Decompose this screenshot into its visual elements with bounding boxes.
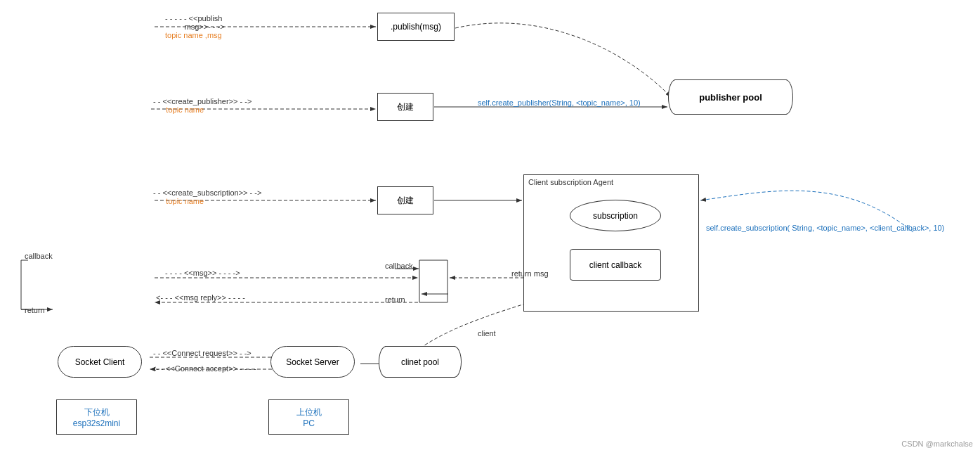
callback-label-left: callback <box>25 252 53 260</box>
publisher-pool-label: publisher pool <box>699 92 762 103</box>
publish-msg-box: .publish(msg) <box>377 13 455 41</box>
clinet-pool-shape: clinet pool <box>385 346 455 378</box>
client-label: client <box>478 329 496 338</box>
client-sub-agent-title: Client subscription Agent <box>528 178 613 186</box>
diagram-container: .publish(msg) - - - - - <<publish msg>>-… <box>0 0 980 455</box>
client-callback-box: client callback <box>570 249 661 281</box>
upper-machine-label: 上位机PC <box>296 406 322 428</box>
create-subscription-label: - - <<create_subscription>> - -> topic n… <box>153 188 261 205</box>
socket-client-label: Socket Client <box>75 357 125 367</box>
return-msg-label: return msg <box>511 269 549 278</box>
lower-machine-box: 下位机esp32s2mini <box>56 399 137 435</box>
watermark: CSDN @markchalse <box>901 440 973 448</box>
socket-server-ellipse: Socket Server <box>270 346 355 378</box>
publisher-pool-shape: publisher pool <box>674 79 787 115</box>
lower-machine-label: 下位机esp32s2mini <box>73 406 120 428</box>
callback-label-right: callback <box>385 262 413 270</box>
publish-msg-label: .publish(msg) <box>391 22 441 32</box>
subscription-ellipse: subscription <box>570 200 661 231</box>
return-label-left: return <box>25 306 45 314</box>
publish-dashed-label: - - - - - <<publish msg>>- - -> topic na… <box>165 14 225 39</box>
create-label-1: 创建 <box>397 101 414 113</box>
connect-request-label: - - <<Connect request>> - -> <box>153 349 251 357</box>
return-label-right: return <box>385 295 405 304</box>
client-sub-agent-box: Client subscription Agent subscription c… <box>523 174 699 312</box>
self-create-subscription-label: self.create_subscription( String, <topic… <box>706 224 944 232</box>
self-create-publisher-label: self.create_publisher(String, <topic_nam… <box>478 98 641 107</box>
socket-client-ellipse: Socket Client <box>58 346 142 378</box>
msg-reply-label: <- - - <<msg reply>> - - - - <box>156 293 245 302</box>
upper-machine-box: 上位机PC <box>268 399 349 435</box>
socket-server-label: Socket Server <box>286 357 339 367</box>
create-publisher-label: - - <<create_publisher>> - -> topic name <box>153 97 251 114</box>
client-callback-label: client callback <box>589 260 642 270</box>
subscription-label: subscription <box>593 211 638 221</box>
create-box-1: 创建 <box>377 93 433 121</box>
connect-accept-label: <- - <<Connect accept>> - - - - <box>152 364 256 373</box>
msg-dashed-label: - - - - <<msg>> - - - -> <box>165 269 240 277</box>
create-label-2: 创建 <box>397 195 414 207</box>
create-box-2: 创建 <box>377 186 433 214</box>
clinet-pool-label: clinet pool <box>401 357 439 367</box>
